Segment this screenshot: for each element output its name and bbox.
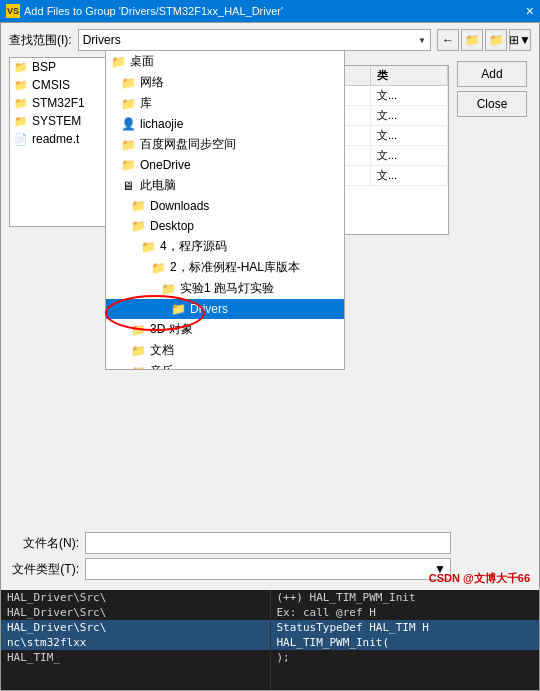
- nav-item[interactable]: 📁Drivers: [106, 299, 344, 319]
- code-area: HAL_Driver\Src\HAL_Driver\Src\HAL_Driver…: [1, 590, 539, 690]
- nav-item-label: 文档: [150, 342, 174, 359]
- close-button[interactable]: ×: [526, 4, 534, 18]
- title-bar: VS Add Files to Group 'Drivers/STM32F1xx…: [0, 0, 540, 22]
- file-name: BSP: [32, 60, 56, 74]
- nav-item[interactable]: 📁Downloads: [106, 196, 344, 216]
- file-type-cell: 文...: [371, 126, 448, 145]
- code-line-right: StatusTypeDef HAL_TIM H: [271, 620, 540, 635]
- folder-icon: 📁: [130, 218, 146, 234]
- nav-item[interactable]: 📁网络: [106, 72, 344, 93]
- folder-icon: 📁: [110, 54, 126, 70]
- nav-item-label: 4，程序源码: [160, 238, 227, 255]
- view-menu-button[interactable]: ⊞▼: [509, 29, 531, 51]
- nav-item-label: 2，标准例程-HAL库版本: [170, 259, 300, 276]
- filetype-dropdown[interactable]: ▼: [85, 558, 451, 580]
- file-icon: 📁: [14, 97, 28, 110]
- folder-icon: 📁: [120, 96, 136, 112]
- folder-icon: 📁: [150, 260, 166, 276]
- search-label: 查找范围(I):: [9, 32, 72, 49]
- folder-icon: 🖥: [120, 178, 136, 194]
- nav-item-label: Drivers: [190, 302, 228, 316]
- watermark: CSDN @文博大千66: [429, 571, 530, 586]
- code-line: HAL_Driver\Src\: [1, 590, 270, 605]
- nav-item[interactable]: 📁桌面: [106, 51, 344, 72]
- folder-icon: 📁: [140, 239, 156, 255]
- code-left: HAL_Driver\Src\HAL_Driver\Src\HAL_Driver…: [1, 590, 271, 690]
- nav-item-label: Downloads: [150, 199, 209, 213]
- file-name: readme.t: [32, 132, 79, 146]
- file-name: SYSTEM: [32, 114, 81, 128]
- close-button[interactable]: Close: [457, 91, 527, 117]
- folder-icon: 📁: [160, 281, 176, 297]
- folder-icon: 📁: [120, 157, 136, 173]
- nav-item[interactable]: 📁OneDrive: [106, 155, 344, 175]
- file-icon: 📄: [14, 133, 28, 146]
- code-line-right: Ex: call @ref H: [271, 605, 540, 620]
- nav-item-label: 库: [140, 95, 152, 112]
- nav-item-label: 网络: [140, 74, 164, 91]
- folder-icon: 📁: [130, 343, 146, 359]
- new-folder-button[interactable]: 📁: [461, 29, 483, 51]
- nav-item-label: 3D 对象: [150, 321, 193, 338]
- dropdown-arrow-icon: ▼: [418, 36, 426, 45]
- back-button[interactable]: ←: [437, 29, 459, 51]
- nav-item-label: 此电脑: [140, 177, 176, 194]
- code-line: nc\stm32flxx: [1, 635, 270, 650]
- nav-item-label: 百度网盘同步空间: [140, 136, 236, 153]
- add-button[interactable]: Add: [457, 61, 527, 87]
- filetype-label: 文件类型(T):: [9, 561, 79, 578]
- nav-item[interactable]: 📁库: [106, 93, 344, 114]
- folder-icon: 📁: [130, 364, 146, 371]
- folder-icon: 📁: [120, 137, 136, 153]
- nav-buttons: ← 📁 📁 ⊞▼: [437, 29, 531, 51]
- nav-item[interactable]: 📁音乐: [106, 361, 344, 370]
- file-name: STM32F1: [32, 96, 85, 110]
- folder-icon: 📁: [120, 75, 136, 91]
- filename-label: 文件名(N):: [9, 535, 79, 552]
- file-type-cell: 文...: [371, 166, 448, 185]
- nav-item[interactable]: 📁2，标准例程-HAL库版本: [106, 257, 344, 278]
- code-line: HAL_TIM_: [1, 650, 270, 665]
- nav-item-label: OneDrive: [140, 158, 191, 172]
- nav-item[interactable]: 👤lichaojie: [106, 114, 344, 134]
- file-name: CMSIS: [32, 78, 70, 92]
- code-line-right: HAL_TIM_PWM_Init(: [271, 635, 540, 650]
- nav-item[interactable]: 📁百度网盘同步空间: [106, 134, 344, 155]
- code-line-right: );: [271, 650, 540, 665]
- nav-item[interactable]: 📁3D 对象: [106, 319, 344, 340]
- file-icon: 📁: [14, 61, 28, 74]
- nav-item-label: lichaojie: [140, 117, 183, 131]
- folder-icon: 📁: [130, 198, 146, 214]
- nav-item[interactable]: 📁实验1 跑马灯实验: [106, 278, 344, 299]
- title-text: Add Files to Group 'Drivers/STM32F1xx_HA…: [24, 5, 283, 17]
- nav-item[interactable]: 📁Desktop: [106, 216, 344, 236]
- file-icon: 📁: [14, 115, 28, 128]
- column-header: 类: [371, 66, 448, 85]
- file-type-cell: 文...: [371, 86, 448, 105]
- nav-item[interactable]: 📁4，程序源码: [106, 236, 344, 257]
- folder-up-button[interactable]: 📁: [485, 29, 507, 51]
- file-type-cell: 文...: [371, 146, 448, 165]
- nav-item[interactable]: 📁文档: [106, 340, 344, 361]
- nav-item-label: 实验1 跑马灯实验: [180, 280, 274, 297]
- file-type-cell: 文...: [371, 106, 448, 125]
- nav-item-label: 音乐: [150, 363, 174, 370]
- file-icon: 📁: [14, 79, 28, 92]
- folder-dropdown[interactable]: Drivers ▼: [78, 29, 431, 51]
- code-line: HAL_Driver\Src\: [1, 620, 270, 635]
- nav-item-label: Desktop: [150, 219, 194, 233]
- filename-input[interactable]: [85, 532, 451, 554]
- file-navigator[interactable]: 📁桌面📁网络📁库👤lichaojie📁百度网盘同步空间📁OneDrive🖥此电脑…: [105, 50, 345, 370]
- app-icon: VS: [6, 4, 20, 18]
- nav-item[interactable]: 🖥此电脑: [106, 175, 344, 196]
- code-line: HAL_Driver\Src\: [1, 605, 270, 620]
- code-line-right: (++) HAL_TIM_PWM_Init: [271, 590, 540, 605]
- folder-icon: 👤: [120, 116, 136, 132]
- folder-icon: 📁: [130, 322, 146, 338]
- dialog: 查找范围(I): Drivers ▼ ← 📁 📁 ⊞▼ 📁桌面📁网络📁库👤lic…: [0, 22, 540, 691]
- filename-row: 文件名(N):: [9, 532, 531, 554]
- folder-icon: 📁: [170, 301, 186, 317]
- code-right: (++) HAL_TIM_PWM_InitEx: call @ref HStat…: [271, 590, 540, 690]
- nav-item-label: 桌面: [130, 53, 154, 70]
- action-buttons-panel: Add Close: [453, 57, 531, 235]
